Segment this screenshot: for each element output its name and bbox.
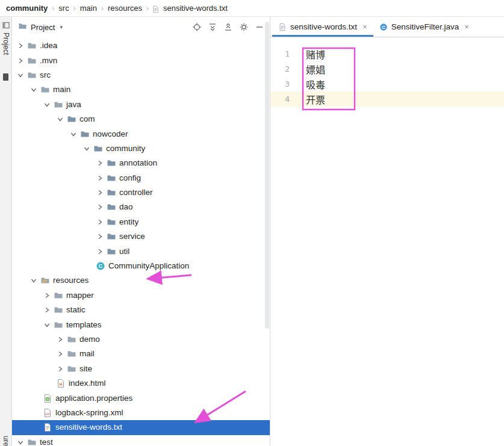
code-line-1[interactable]: 1赌博	[270, 46, 504, 61]
tree-item-dao[interactable]: dao	[12, 200, 270, 214]
breadcrumb-separator-icon: ›	[73, 4, 76, 13]
expand-all-icon[interactable]	[206, 20, 219, 34]
tab-label: sensitive-words.txt	[290, 22, 357, 31]
tree-item-label: main	[53, 85, 70, 94]
locate-icon[interactable]	[190, 20, 204, 34]
chevron-expanded-icon[interactable]	[29, 276, 39, 285]
tree-item-label: mail	[79, 349, 95, 359]
chevron-collapsed-icon[interactable]	[16, 41, 25, 51]
tree-item-config[interactable]: config	[12, 171, 270, 185]
tree-item-service[interactable]: service	[12, 229, 270, 244]
chevron-collapsed-icon[interactable]	[95, 173, 105, 183]
tree-item-idea[interactable]: .idea	[12, 39, 270, 53]
chevron-collapsed-icon[interactable]	[42, 291, 52, 300]
chevron-collapsed-icon[interactable]	[42, 305, 52, 315]
text-file-icon	[152, 5, 160, 13]
code-line-4[interactable]: 4开票	[270, 91, 504, 107]
tree-item-entity[interactable]: entity	[12, 215, 270, 229]
code-line-3[interactable]: 3吸毒	[270, 76, 504, 91]
tree-item-test[interactable]: test	[12, 435, 270, 446]
tree-item-resources[interactable]: resources	[12, 273, 270, 288]
tree-item-label: src	[40, 70, 51, 80]
chevron-collapsed-icon[interactable]	[55, 364, 65, 374]
chevron-collapsed-icon[interactable]	[95, 232, 105, 241]
tree-item-label: nowcoder	[93, 129, 128, 139]
close-tab-icon[interactable]: ×	[362, 22, 367, 31]
chevron-collapsed-icon[interactable]	[95, 247, 105, 256]
panel-action-icons	[190, 20, 266, 34]
tree-item-community[interactable]: community	[12, 141, 270, 156]
chevron-collapsed-icon[interactable]	[55, 349, 65, 359]
tree-item-label: controller	[119, 188, 153, 197]
hide-panel-icon[interactable]	[253, 20, 266, 34]
stripe-secondary-icon[interactable]	[3, 73, 8, 81]
package-icon	[93, 144, 103, 153]
chevron-expanded-icon[interactable]	[55, 114, 65, 124]
settings-gear-icon[interactable]	[237, 20, 250, 34]
tree-item-label: resources	[53, 276, 89, 285]
close-tab-icon[interactable]: ×	[464, 22, 469, 31]
tab-sensitivefilter-java[interactable]: CSensitiveFilter.java×	[373, 17, 475, 37]
breadcrumb-item-sensitive-words-txt[interactable]: sensitive-words.txt	[162, 4, 229, 13]
tree-item-util[interactable]: util	[12, 244, 270, 258]
tree-item-main[interactable]: main	[12, 82, 270, 97]
chevron-collapsed-icon[interactable]	[55, 335, 65, 344]
tree-item-demo[interactable]: demo	[12, 332, 270, 347]
editor-tab-bar: sensitive-words.txt×CSensitiveFilter.jav…	[270, 17, 504, 37]
breadcrumb-item-src[interactable]: src	[57, 4, 70, 13]
svg-text:C: C	[98, 263, 102, 269]
tree-item-nowcoder[interactable]: nowcoder	[12, 126, 270, 141]
tool-window-icon[interactable]	[2, 20, 10, 31]
code-line-2[interactable]: 2嫖娼	[270, 61, 504, 76]
chevron-collapsed-icon[interactable]	[95, 188, 105, 197]
tree-item-sensitive-words-txt[interactable]: sensitive-words.txt	[12, 420, 270, 435]
code-text: 开票	[298, 92, 325, 107]
tree-item-label: .idea	[40, 41, 57, 51]
tree-item-static[interactable]: static	[12, 303, 270, 317]
chevron-expanded-icon[interactable]	[82, 144, 92, 153]
chevron-expanded-icon[interactable]	[16, 438, 25, 446]
tree-item-label: java	[66, 100, 81, 110]
breadcrumb-item-main[interactable]: main	[79, 4, 98, 13]
chevron-collapsed-icon[interactable]	[95, 202, 105, 212]
chevron-expanded-icon[interactable]	[69, 129, 78, 139]
structure-stripe-button[interactable]: ure	[2, 436, 10, 446]
folder-icon	[26, 56, 37, 66]
project-view-selector[interactable]: Project ▾	[18, 22, 63, 33]
tree-item-logback-spring-xml[interactable]: </>logback-spring.xml	[12, 406, 270, 420]
chevron-expanded-icon[interactable]	[16, 70, 25, 80]
chevron-collapsed-icon[interactable]	[95, 217, 105, 227]
tree-item-annotation[interactable]: annotation	[12, 156, 270, 170]
chevron-collapsed-icon[interactable]	[16, 56, 25, 66]
line-number: 1	[270, 49, 298, 58]
text-file-icon	[278, 23, 287, 31]
tree-item-communityapplication[interactable]: CCommunityApplication	[12, 259, 270, 273]
code-editor[interactable]: 1赌博2嫖娼3吸毒4开票	[270, 37, 504, 446]
tree-item-application-properties[interactable]: application.properties	[12, 391, 270, 405]
tree-item-site[interactable]: site	[12, 362, 270, 376]
chevron-expanded-icon[interactable]	[29, 85, 39, 94]
chevron-collapsed-icon[interactable]	[95, 158, 105, 168]
tree-scrollbar[interactable]	[265, 22, 269, 329]
tree-item-templates[interactable]: templates	[12, 317, 270, 332]
tab-sensitive-words-txt[interactable]: sensitive-words.txt×	[272, 17, 373, 37]
tree-item-mvn[interactable]: .mvn	[12, 53, 270, 67]
project-stripe-button[interactable]: Project	[2, 33, 10, 55]
tree-item-label: templates	[66, 320, 102, 330]
tree-item-com[interactable]: com	[12, 112, 270, 126]
tree-item-mapper[interactable]: mapper	[12, 288, 270, 303]
tree-item-java[interactable]: java	[12, 98, 270, 112]
collapse-all-icon[interactable]	[222, 20, 235, 34]
folder-icon	[53, 305, 63, 315]
folder-icon	[53, 291, 63, 300]
tree-item-mail[interactable]: mail	[12, 347, 270, 361]
chevron-expanded-icon[interactable]	[42, 100, 52, 110]
properties-file-icon	[42, 394, 52, 403]
tree-item-src[interactable]: src	[12, 68, 270, 82]
tree-item-index-html[interactable]: Hindex.html	[12, 376, 270, 391]
tree-item-controller[interactable]: controller	[12, 185, 270, 200]
breadcrumb-item-resources[interactable]: resources	[107, 4, 143, 13]
package-icon	[106, 158, 116, 168]
chevron-expanded-icon[interactable]	[42, 320, 52, 330]
breadcrumb-item-community[interactable]: community	[5, 4, 49, 13]
